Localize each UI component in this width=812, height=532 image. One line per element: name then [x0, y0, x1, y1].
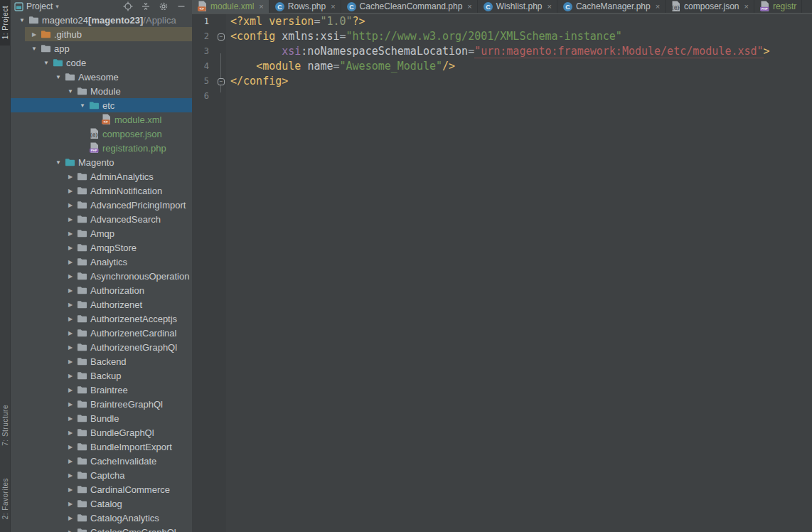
locate-icon[interactable] [123, 1, 133, 11]
chevron-down-icon[interactable]: ▼ [77, 102, 88, 109]
tree-row-backup[interactable]: ▶Backup [11, 368, 192, 383]
chevron-right-icon[interactable]: ▶ [65, 515, 76, 521]
chevron-right-icon[interactable]: ▶ [65, 273, 76, 280]
tree-row-.github[interactable]: ▶.github [11, 27, 192, 41]
tree-row-magento24[interactable]: ▼magento24 [magento23] /Applica [11, 13, 192, 27]
collapse-all-icon[interactable] [141, 1, 151, 11]
tree-row-captcha[interactable]: ▶Captcha [11, 468, 192, 482]
chevron-down-icon[interactable]: ▾ [55, 3, 59, 10]
tree-row-adminanalytics[interactable]: ▶AdminAnalytics [11, 169, 192, 183]
chevron-right-icon[interactable]: ▶ [65, 316, 76, 322]
chevron-right-icon[interactable]: ▶ [65, 458, 76, 464]
code-area[interactable]: <?xml version="1.0"?><config xmlns:xsi="… [226, 14, 812, 532]
chevron-right-icon[interactable]: ▶ [65, 287, 76, 294]
chevron-right-icon[interactable]: ▶ [65, 174, 76, 180]
tree-row-authorizenetgraphql[interactable]: ▶AuthorizenetGraphQl [11, 340, 192, 354]
tree-row-magento[interactable]: ▼Magento [11, 155, 192, 169]
chevron-down-icon[interactable]: ▼ [28, 46, 40, 52]
tree-row-etc[interactable]: ▼etc [11, 98, 192, 112]
tree-row-app[interactable]: ▼app [11, 41, 192, 55]
tree-row-cardinalcommerce[interactable]: ▶CardinalCommerce [11, 482, 192, 496]
tree-row-label: Backend [90, 356, 127, 367]
chevron-right-icon[interactable]: ▶ [65, 216, 76, 223]
close-icon[interactable]: × [744, 2, 748, 11]
tree-row-amqp[interactable]: ▶Amqp [11, 226, 192, 240]
project-panel-title[interactable]: Project [26, 1, 53, 11]
hide-icon[interactable] [176, 1, 186, 11]
tree-row-catalog[interactable]: ▶Catalog [11, 496, 192, 511]
folder-icon [40, 43, 51, 54]
tree-row-advancedpricingimport[interactable]: ▶AdvancedPricingImport [11, 198, 192, 212]
tab-registr[interactable]: PHPregistr [754, 0, 802, 13]
close-icon[interactable]: × [547, 2, 551, 11]
chevron-down-icon[interactable]: ▼ [53, 159, 64, 166]
chevron-right-icon[interactable]: ▶ [65, 387, 76, 393]
chevron-right-icon[interactable]: ▶ [65, 401, 76, 408]
tree-row-braintreegraphql[interactable]: ▶BraintreeGraphQl [11, 397, 192, 411]
tab-cachecleancommand.php[interactable]: CCacheCleanCommand.php× [341, 0, 478, 13]
fold-marker-icon[interactable]: − [218, 78, 225, 85]
chevron-right-icon[interactable]: ▶ [65, 344, 76, 351]
tree-row-cacheinvalidate[interactable]: ▶CacheInvalidate [11, 454, 192, 468]
chevron-right-icon[interactable]: ▶ [65, 230, 76, 237]
tab-wishlist.php[interactable]: CWishlist.php× [478, 0, 557, 13]
tab-composer.json[interactable]: {@}composer.json× [666, 0, 754, 13]
tree-row-catalogcmsgraphql[interactable]: ▶CatalogCmsGraphQl [11, 525, 192, 532]
chevron-right-icon[interactable]: ▶ [65, 529, 76, 532]
tree-row-registration.php[interactable]: PHPregistration.php [11, 141, 192, 155]
tree-row-adminnotification[interactable]: ▶AdminNotification [11, 183, 192, 198]
chevron-right-icon[interactable]: ▶ [65, 444, 76, 450]
chevron-right-icon[interactable]: ▶ [65, 245, 76, 251]
fold-marker-icon[interactable]: − [218, 33, 225, 41]
chevron-right-icon[interactable]: ▶ [65, 472, 76, 479]
tab-module.xml[interactable]: <>module.xml× [192, 0, 269, 13]
project-tree[interactable]: ▼magento24 [magento23] /Applica▶.github▼… [11, 13, 192, 532]
chevron-right-icon[interactable]: ▶ [65, 486, 76, 493]
chevron-right-icon[interactable]: ▶ [28, 31, 40, 38]
chevron-right-icon[interactable]: ▶ [65, 430, 76, 436]
tree-row-authorization[interactable]: ▶Authorization [11, 283, 192, 297]
chevron-right-icon[interactable]: ▶ [65, 330, 76, 336]
tree-row-bundleimportexport[interactable]: ▶BundleImportExport [11, 440, 192, 454]
tab-cachemanager.php[interactable]: CCacheManager.php× [557, 0, 666, 13]
stripe-button----structure[interactable]: 7: Structure [0, 393, 10, 458]
chevron-right-icon[interactable]: ▶ [65, 415, 76, 422]
tree-row-bundlegraphql[interactable]: ▶BundleGraphQl [11, 425, 192, 440]
tree-row-asynchronousoperation[interactable]: ▶AsynchronousOperation [11, 269, 192, 283]
tree-row-backend[interactable]: ▶Backend [11, 354, 192, 368]
tree-row-advancedsearch[interactable]: ▶AdvancedSearch [11, 212, 192, 226]
tab-rows.php[interactable]: CRows.php× [269, 0, 341, 13]
chevron-down-icon[interactable]: ▼ [65, 88, 76, 95]
chevron-right-icon[interactable]: ▶ [65, 259, 76, 265]
stripe-button----favorites[interactable]: 2: Favorites [0, 467, 10, 531]
tree-row-module.xml[interactable]: <>module.xml [11, 112, 192, 127]
close-icon[interactable]: × [259, 2, 263, 11]
chevron-right-icon[interactable]: ▶ [65, 358, 76, 365]
tree-row-authorizenet[interactable]: ▶Authorizenet [11, 297, 192, 312]
chevron-down-icon[interactable]: ▼ [53, 74, 64, 80]
tree-row-code[interactable]: ▼code [11, 55, 192, 70]
code-editor[interactable]: 12−345−6 <?xml version="1.0"?><config xm… [192, 14, 812, 532]
tree-row-awesome[interactable]: ▼Awesome [11, 70, 192, 84]
close-icon[interactable]: × [331, 2, 335, 11]
chevron-right-icon[interactable]: ▶ [65, 501, 76, 507]
tree-row-authorizenetcardinal[interactable]: ▶AuthorizenetCardinal [11, 326, 192, 340]
chevron-down-icon[interactable]: ▼ [41, 60, 52, 66]
tree-row-cataloganalytics[interactable]: ▶CatalogAnalytics [11, 511, 192, 525]
chevron-right-icon[interactable]: ▶ [65, 202, 76, 208]
chevron-down-icon[interactable]: ▼ [16, 17, 28, 23]
chevron-right-icon[interactable]: ▶ [65, 302, 76, 308]
chevron-right-icon[interactable]: ▶ [65, 373, 76, 379]
tree-row-braintree[interactable]: ▶Braintree [11, 383, 192, 397]
tree-row-analytics[interactable]: ▶Analytics [11, 255, 192, 269]
close-icon[interactable]: × [656, 2, 660, 11]
tree-row-bundle[interactable]: ▶Bundle [11, 411, 192, 425]
close-icon[interactable]: × [467, 2, 471, 11]
tree-row-authorizenetacceptjs[interactable]: ▶AuthorizenetAcceptjs [11, 312, 192, 326]
settings-icon[interactable] [159, 1, 169, 11]
tree-row-amqpstore[interactable]: ▶AmqpStore [11, 240, 192, 255]
tree-row-module[interactable]: ▼Module [11, 84, 192, 98]
stripe-button----project[interactable]: 1: Project [0, 0, 10, 46]
chevron-right-icon[interactable]: ▶ [65, 188, 76, 194]
tree-row-composer.json[interactable]: {@}composer.json [11, 127, 192, 141]
